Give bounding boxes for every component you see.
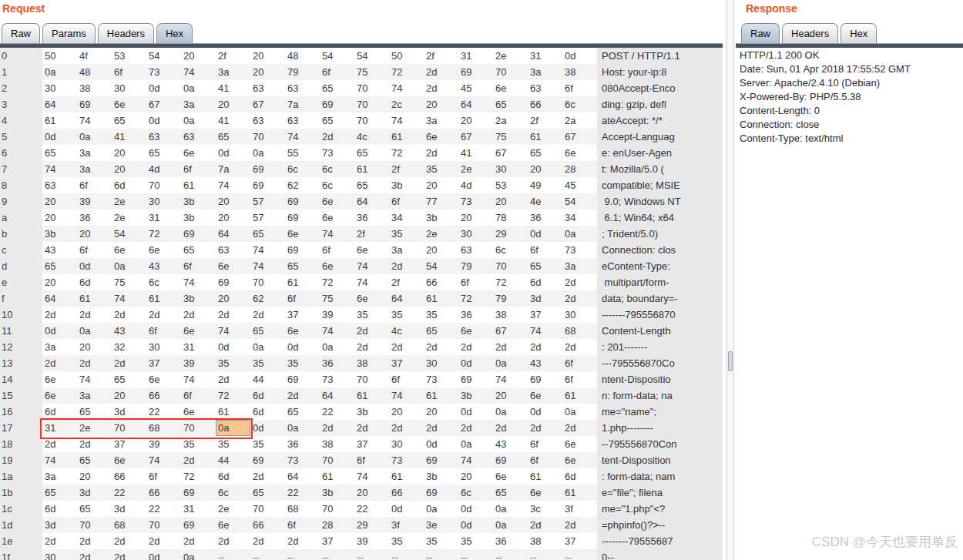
hex-byte[interactable]: 70 bbox=[354, 371, 389, 387]
hex-byte[interactable]: 36 bbox=[285, 436, 320, 452]
hex-byte[interactable]: 20 bbox=[112, 145, 146, 161]
hex-byte[interactable]: 75 bbox=[320, 290, 354, 307]
hex-byte[interactable]: 61 bbox=[354, 387, 389, 404]
hex-byte[interactable]: 2d bbox=[250, 307, 285, 323]
hex-byte[interactable]: 72 bbox=[493, 274, 528, 290]
hex-byte[interactable]: 6c bbox=[493, 242, 528, 258]
hex-byte[interactable]: 70 bbox=[354, 96, 389, 112]
hex-byte[interactable]: 6f bbox=[562, 371, 597, 387]
hex-byte[interactable]: 20 bbox=[250, 48, 285, 64]
hex-byte[interactable]: 63 bbox=[250, 112, 285, 129]
hex-byte[interactable]: 78 bbox=[493, 210, 528, 226]
tab-hex[interactable]: Hex bbox=[156, 23, 193, 43]
hex-byte[interactable]: 6c bbox=[146, 274, 181, 290]
hex-byte[interactable]: 0d bbox=[528, 226, 562, 242]
hex-byte[interactable]: 35 bbox=[250, 436, 285, 452]
hex-byte[interactable]: 20 bbox=[250, 64, 285, 80]
hex-byte[interactable]: 0a bbox=[250, 339, 285, 355]
hex-byte[interactable]: 3d bbox=[42, 517, 77, 533]
hex-byte[interactable]: 2d bbox=[562, 517, 597, 533]
hex-byte[interactable]: 3d bbox=[528, 290, 562, 307]
hex-byte[interactable]: 2d bbox=[458, 420, 493, 436]
hex-byte[interactable]: 74 bbox=[181, 371, 216, 387]
hex-byte[interactable]: 2d bbox=[216, 307, 250, 323]
hex-byte[interactable]: 3b bbox=[181, 210, 216, 226]
hex-byte[interactable]: 68 bbox=[562, 323, 597, 339]
hex-byte[interactable]: 2d bbox=[112, 307, 146, 323]
hex-byte[interactable]: 2d bbox=[424, 80, 458, 96]
hex-byte[interactable]: 6e bbox=[562, 436, 597, 452]
hex-byte[interactable]: 73 bbox=[424, 371, 458, 387]
hex-byte[interactable]: 3a bbox=[181, 96, 216, 112]
hex-byte[interactable]: 2d bbox=[181, 307, 216, 323]
hex-byte[interactable]: 2a bbox=[493, 112, 528, 129]
hex-byte[interactable]: 20 bbox=[77, 339, 112, 355]
hex-byte[interactable]: 6e bbox=[320, 258, 354, 274]
hex-byte[interactable]: 65 bbox=[320, 80, 354, 96]
hex-byte[interactable]: 0a bbox=[112, 258, 146, 274]
hex-byte[interactable]: 6f bbox=[146, 468, 181, 485]
hex-byte[interactable]: 2d bbox=[389, 420, 424, 436]
hex-byte[interactable]: 69 bbox=[250, 452, 285, 468]
hex-byte[interactable]: 2d bbox=[285, 533, 320, 549]
hex-byte[interactable]: 20 bbox=[216, 96, 250, 112]
hex-byte[interactable]: 2d bbox=[146, 533, 181, 549]
hex-byte[interactable]: 3b bbox=[458, 387, 493, 404]
hex-byte[interactable]: 2d bbox=[562, 339, 597, 355]
hex-byte[interactable]: 6d bbox=[42, 501, 77, 517]
hex-byte[interactable]: 69 bbox=[458, 371, 493, 387]
hex-byte[interactable]: 62 bbox=[250, 290, 285, 307]
hex-byte[interactable]: 22 bbox=[354, 501, 389, 517]
hex-byte[interactable]: 72 bbox=[389, 145, 424, 161]
hex-byte[interactable]: 20 bbox=[42, 274, 77, 290]
tab-headers[interactable]: Headers bbox=[98, 23, 154, 43]
hex-byte[interactable]: 70 bbox=[77, 517, 112, 533]
hex-byte[interactable]: 69 bbox=[320, 96, 354, 112]
hex-byte[interactable]: 22 bbox=[146, 404, 181, 420]
hex-byte[interactable]: 3b bbox=[42, 226, 77, 242]
hex-byte[interactable]: 20 bbox=[77, 226, 112, 242]
hex-byte[interactable]: 6c bbox=[216, 485, 250, 501]
hex-byte[interactable]: 6e bbox=[181, 404, 216, 420]
hex-byte[interactable]: 65 bbox=[42, 485, 77, 501]
hex-byte[interactable]: 0d bbox=[146, 112, 181, 129]
hex-byte[interactable]: 3d bbox=[112, 404, 146, 420]
hex-byte[interactable]: 69 bbox=[250, 161, 285, 177]
hex-byte[interactable]: 61 bbox=[354, 161, 389, 177]
hex-byte[interactable]: 2e bbox=[112, 193, 146, 210]
hex-byte[interactable]: 44 bbox=[250, 371, 285, 387]
hex-byte[interactable]: 74 bbox=[320, 226, 354, 242]
hex-byte[interactable]: 3d bbox=[112, 501, 146, 517]
hex-byte[interactable]: 6f bbox=[285, 290, 320, 307]
hex-byte[interactable]: 2a bbox=[562, 112, 597, 129]
hex-byte[interactable]: 69 bbox=[528, 371, 562, 387]
hex-byte[interactable]: 2d bbox=[389, 339, 424, 355]
hex-byte[interactable]: 2d bbox=[389, 258, 424, 274]
hex-byte[interactable]: 4c bbox=[389, 323, 424, 339]
hex-byte[interactable]: 6c bbox=[562, 96, 597, 112]
hex-byte[interactable]: 74 bbox=[216, 177, 250, 193]
hex-byte[interactable]: 67 bbox=[146, 96, 181, 112]
hex-byte[interactable]: 65 bbox=[493, 96, 528, 112]
hex-byte[interactable]: 48 bbox=[285, 48, 320, 64]
hex-byte[interactable]: 70 bbox=[250, 129, 285, 145]
hex-byte[interactable]: 74 bbox=[458, 452, 493, 468]
hex-byte[interactable]: 61 bbox=[216, 404, 250, 420]
hex-byte[interactable]: 37 bbox=[320, 533, 354, 549]
hex-byte[interactable]: 6f bbox=[181, 387, 216, 404]
hex-byte[interactable]: 3f bbox=[389, 517, 424, 533]
hex-byte[interactable]: 67 bbox=[458, 129, 493, 145]
hex-byte[interactable]: 66 bbox=[146, 387, 181, 404]
hex-byte[interactable]: 2d bbox=[112, 549, 146, 560]
hex-byte[interactable]: 79 bbox=[493, 290, 528, 307]
hex-byte[interactable]: 37 bbox=[562, 533, 597, 549]
hex-byte[interactable]: 6e bbox=[42, 387, 77, 404]
hex-byte[interactable]: 70 bbox=[354, 80, 389, 96]
hex-byte[interactable]: 0a bbox=[562, 404, 597, 420]
hex-byte[interactable]: 2d bbox=[216, 371, 250, 387]
hex-byte[interactable]: 0d bbox=[216, 339, 250, 355]
hex-byte[interactable]: 6f bbox=[562, 80, 597, 96]
hex-byte[interactable]: 2f bbox=[528, 112, 562, 129]
hex-byte[interactable]: 65 bbox=[250, 226, 285, 242]
hex-byte[interactable]: 35 bbox=[424, 533, 458, 549]
